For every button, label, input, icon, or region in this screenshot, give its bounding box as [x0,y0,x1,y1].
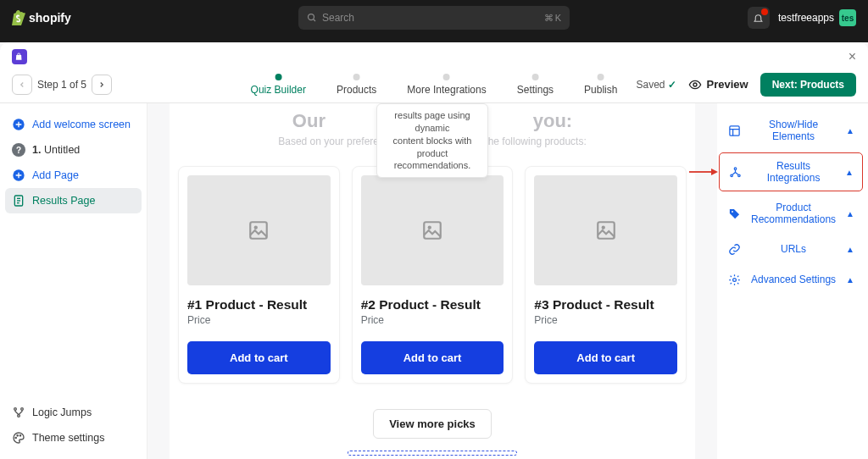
right-sidebar: Show/Hide Elements ▲ Results Integration… [717,103,868,459]
saved-indicator: Saved ✓ [636,79,676,91]
svg-line-1 [314,19,316,22]
sidebar-logic-jumps[interactable]: Logic Jumps [5,400,142,425]
app-frame: × Step 1 of 5 Quiz Builder Products More… [0,42,868,459]
tab-more-integrations[interactable]: More Integrations [407,74,486,96]
app-icon [12,49,27,64]
view-more-button[interactable]: View more picks [373,409,492,439]
svg-marker-25 [711,169,718,175]
sidebar-theme-settings[interactable]: Theme settings [5,425,142,451]
svg-rect-17 [424,222,441,239]
branch-icon [12,406,25,419]
svg-point-11 [18,415,20,418]
gear-icon [727,273,741,286]
caret-up-icon: ▲ [845,168,854,177]
add-to-cart-button[interactable]: Add to cart [361,341,504,374]
sidebar-add-welcome[interactable]: Add welcome screen [5,112,142,137]
document-icon [12,194,25,207]
step-prev-button[interactable] [12,75,32,95]
panel-product-recommendations[interactable]: Product Recommendations ▲ [719,195,863,232]
search-icon [307,13,317,23]
canvas: results page using dynamic content block… [147,103,717,459]
product-price: Price [534,314,677,326]
svg-point-27 [730,174,732,177]
product-price: Price [361,314,504,326]
search-input[interactable]: Search ⌘ K [298,6,570,30]
sidebar-add-page[interactable]: Add Page [5,163,142,188]
drop-zone[interactable] [348,451,517,456]
username: testfreeapps [778,12,834,24]
tab-settings[interactable]: Settings [517,74,554,96]
link-icon [727,242,741,256]
caret-up-icon: ▲ [846,126,854,135]
tab-publish[interactable]: Publish [584,74,617,96]
shopify-logo: shopify [12,10,71,25]
check-icon: ✓ [668,79,676,91]
svg-point-2 [693,83,697,86]
tab-quiz-builder[interactable]: Quiz Builder [251,74,306,96]
next-products-button[interactable]: Next: Products [760,73,856,97]
shopify-top-bar: shopify Search ⌘ K testfreeapps tes [0,0,868,36]
builder-tabs: Quiz Builder Products More Integrations … [251,74,618,96]
svg-point-28 [737,174,740,177]
svg-point-29 [732,211,733,213]
product-image-placeholder [187,175,331,285]
shopify-bag-icon [12,10,25,25]
integrations-icon [728,165,742,179]
shortcut-cmd: ⌘ [544,13,554,24]
tag-icon [727,207,741,220]
notification-badge [761,8,768,15]
add-to-cart-button[interactable]: Add to cart [534,341,677,374]
plus-circle-icon [12,118,25,131]
product-price: Price [187,314,331,326]
product-card: #3 Product - Result Price Add to cart [525,166,687,384]
chevron-right-icon [97,80,106,89]
svg-point-0 [309,14,314,20]
question-mark-icon: ? [12,143,25,157]
tooltip: results page using dynamic content block… [376,103,488,178]
svg-point-13 [17,435,18,436]
svg-point-12 [15,437,16,438]
arrow-right-icon [689,166,718,178]
preview-button[interactable]: Preview [688,78,748,91]
image-icon [248,219,270,241]
svg-point-26 [734,167,737,169]
plus-circle-icon [12,169,25,182]
user-menu[interactable]: testfreeapps tes [778,9,856,26]
svg-point-16 [254,226,258,230]
product-image-placeholder [534,175,677,285]
palette-icon [12,431,25,445]
product-card: #2 Product - Result Price Add to cart [352,166,514,384]
panel-results-integrations[interactable]: Results Integrations ▲ [719,152,863,191]
product-card: #1 Product - Result Price Add to cart [178,166,340,384]
caret-up-icon: ▲ [846,209,854,218]
image-icon [421,219,443,241]
image-icon [595,219,617,241]
product-title: #3 Product - Result [534,297,677,312]
builder-header: Step 1 of 5 Quiz Builder Products More I… [0,66,868,103]
sidebar-results-page[interactable]: Results Page [5,188,142,213]
bag-icon [15,53,24,61]
product-image-placeholder [361,175,504,285]
close-button[interactable]: × [849,49,856,64]
svg-point-20 [601,226,604,230]
notifications-button[interactable] [748,7,770,29]
panel-urls[interactable]: URLs ▲ [719,235,863,263]
product-title: #1 Product - Result [187,297,331,312]
caret-up-icon: ▲ [846,245,854,254]
svg-point-18 [428,226,431,230]
step-next-button[interactable] [92,75,112,95]
layout-icon [727,124,741,137]
panel-advanced-settings[interactable]: Advanced Settings ▲ [719,266,863,293]
step-text: Step 1 of 5 [37,79,86,91]
svg-point-10 [21,408,24,411]
shortcut-k: K [555,13,561,24]
svg-rect-19 [598,222,615,239]
left-sidebar: Add welcome screen ? 1. Untitled Add Pag… [0,103,147,459]
svg-point-9 [14,408,17,411]
tab-products[interactable]: Products [337,74,376,96]
panel-show-hide-elements[interactable]: Show/Hide Elements ▲ [719,112,863,149]
add-to-cart-button[interactable]: Add to cart [187,341,331,374]
eye-icon [688,78,702,91]
shopify-brand-text: shopify [29,11,71,25]
sidebar-item-untitled[interactable]: ? 1. Untitled [5,137,142,163]
